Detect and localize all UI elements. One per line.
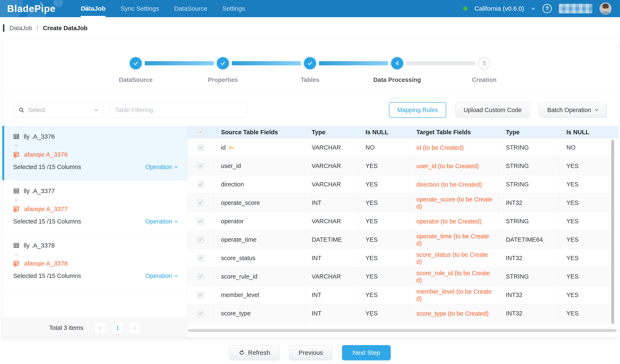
upload-custom-code-button[interactable]: Upload Custom Code (455, 102, 530, 118)
breadcrumb-current: Create DataJob (43, 25, 88, 32)
prev-page-button[interactable] (94, 322, 106, 334)
previous-button[interactable]: Previous (289, 345, 332, 360)
target-field-cell: member_level (to be Created) (409, 286, 499, 304)
field-row-member-level: member_level INT YES member_level (to be… (188, 286, 618, 304)
nav-tab-datajob[interactable]: DataJob (81, 0, 105, 17)
operation-dropdown[interactable]: Operation (145, 218, 178, 225)
table-pair-item-1[interactable]: lly .A_3376 afanqie A_3376 Selected 15 /… (2, 126, 187, 180)
row-checkbox[interactable] (197, 236, 204, 243)
avatar-body (601, 11, 610, 15)
step-connector (145, 61, 214, 65)
step-connector (406, 61, 475, 65)
help-icon[interactable]: ? (542, 4, 552, 13)
next-step-button[interactable]: Next Step (342, 345, 391, 360)
wizard-stepper: DataSource Properties Tables 4 Data Proc… (2, 39, 618, 94)
step-data-processing: 4 Data Processing (391, 57, 403, 69)
horizontal-scrollbar[interactable] (188, 329, 617, 332)
step-connector (232, 61, 301, 65)
user-avatar[interactable] (600, 2, 612, 15)
target-type-cell: INT32 (499, 304, 559, 322)
source-table-icon (13, 133, 19, 140)
chevron-down-icon (174, 274, 178, 278)
col-header-target-type: Type (499, 126, 559, 138)
arrow-down-icon (14, 252, 19, 257)
type-cell: INT (305, 286, 358, 304)
field-row-direction: direction VARCHAR YES direction (to be C… (188, 175, 618, 194)
source-table-icon (13, 188, 19, 194)
app-logo: BladePipe (7, 3, 56, 14)
chevron-down-icon (594, 108, 599, 112)
row-checkbox[interactable] (197, 310, 204, 317)
field-row-score-status: score_status INT YES score_status (to be… (188, 249, 618, 267)
row-checkbox[interactable] (197, 218, 204, 225)
step-label: DataSource (98, 76, 173, 83)
source-table-name: lly .A_3376 (24, 133, 55, 140)
page-number-button[interactable]: 1 (112, 322, 123, 334)
type-cell: VARCHAR (305, 267, 358, 286)
table-pair-item-3[interactable]: lly .A_3378 afanqie A_3378 Selected 15 /… (2, 235, 187, 289)
breadcrumb: DataJob / Create DataJob (0, 21, 620, 35)
row-checkbox[interactable] (197, 200, 204, 206)
chevron-down-icon[interactable] (531, 6, 535, 11)
vertical-scrollbar[interactable] (611, 140, 614, 324)
source-field-cell: id (214, 138, 305, 157)
masked-username[interactable] (559, 4, 592, 13)
type-cell: VARCHAR (305, 175, 358, 194)
source-field-cell: operator (214, 212, 305, 230)
target-table-name: afanqie A_3376 (24, 151, 68, 158)
target-type-cell: INT32 (499, 249, 559, 267)
operation-label: Operation (145, 273, 172, 279)
source-table-name: lly .A_3377 (24, 187, 55, 195)
row-checkbox[interactable] (197, 144, 204, 151)
row-checkbox[interactable] (197, 163, 204, 169)
select-all-checkbox[interactable] (197, 129, 204, 136)
operation-dropdown[interactable]: Operation (145, 164, 178, 170)
nav-tab-sync-settings[interactable]: Sync Settings (121, 0, 159, 17)
pagination-bar: Total 3 items 1 (2, 318, 187, 337)
row-checkbox[interactable] (197, 181, 204, 188)
target-type-cell: STRING (499, 157, 559, 175)
chevron-down-icon (174, 219, 178, 224)
field-row-operator: operator VARCHAR YES operator (to be Cre… (188, 212, 618, 231)
type-cell: INT (305, 194, 358, 212)
mapping-rules-button[interactable]: Mapping Rules (389, 102, 446, 118)
step-datasource: DataSource (130, 57, 142, 69)
vertical-scrollbar-track (609, 138, 618, 329)
next-page-button[interactable] (129, 322, 140, 334)
row-checkbox[interactable] (197, 255, 204, 262)
refresh-button[interactable]: Refresh (229, 345, 279, 360)
target-table-create-icon (13, 151, 20, 158)
operation-dropdown[interactable]: Operation (145, 273, 178, 279)
target-field-cell: operator (to be Created) (409, 212, 499, 230)
target-field-cell: score_rule_id (to be Created) (409, 267, 499, 286)
table-pairs-panel: lly .A_3376 afanqie A_3376 Selected 15 /… (2, 126, 188, 337)
target-type-cell: STRING (499, 138, 559, 157)
isnull-cell: YES (358, 231, 409, 249)
col-header-target: Target Table Fields (409, 126, 499, 138)
breadcrumb-datajob[interactable]: DataJob (9, 25, 32, 32)
table-select-dropdown[interactable]: Select (13, 102, 104, 118)
target-field-cell: operate_time (to be Created) (409, 231, 499, 249)
fields-table-header: Source Table Fields Type Is NULL Target … (188, 126, 618, 138)
nav-tab-settings[interactable]: Settings (222, 0, 245, 17)
step-label: Properties (185, 76, 261, 83)
isnull-cell: YES (358, 194, 409, 212)
batch-operation-button[interactable]: Batch Operation (539, 102, 607, 118)
nav-tab-datasource[interactable]: DataSource (174, 0, 207, 17)
operation-label: Operation (145, 218, 172, 225)
isnull-cell: YES (358, 212, 409, 230)
source-field-cell: operate_score (214, 194, 305, 212)
target-type-cell: STRING (499, 175, 559, 194)
cluster-status-dot (463, 6, 467, 11)
row-checkbox[interactable] (197, 273, 204, 280)
field-row-operate-score: operate_score INT YES operate_score (to … (188, 194, 618, 212)
row-checkbox[interactable] (197, 292, 204, 298)
cluster-region-selector[interactable]: California (v0.6.0) (474, 5, 524, 12)
step-connector (319, 61, 388, 65)
step-label: Data Processing (359, 76, 435, 83)
step-number: 4 (391, 57, 403, 69)
main-menu: DataJob Sync Settings DataSource Setting… (81, 0, 245, 17)
table-filtering-input[interactable] (109, 102, 247, 118)
table-pair-item-2[interactable]: lly .A_3377 afanqie A_3377 Selected 15 /… (2, 180, 187, 235)
col-header-source: Source Table Fields (214, 126, 305, 138)
